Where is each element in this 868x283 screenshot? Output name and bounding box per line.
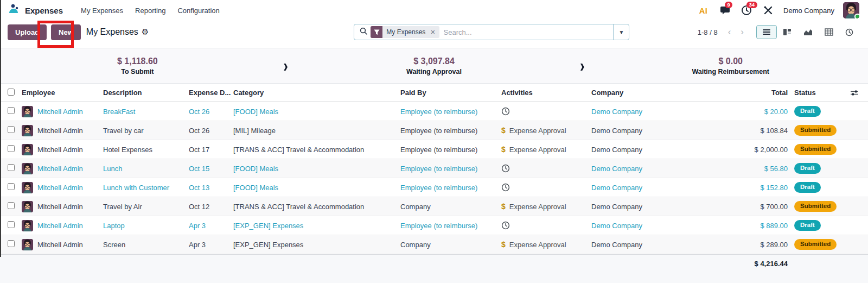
view-list-button[interactable] (756, 25, 777, 39)
employee-name: Mitchell Admin (37, 203, 83, 211)
filter-remove-icon[interactable]: ✕ (429, 29, 439, 36)
table-row[interactable]: Mitchell Admin Lunch with Customer Oct 1… (0, 178, 868, 197)
activities-badge: 34 (746, 2, 757, 8)
header-expense-date[interactable]: Expense D... (189, 89, 233, 97)
total-cell: $ 889.00 (735, 222, 788, 230)
activity-cell[interactable]: $ Expense Approval (501, 126, 591, 135)
activity-cell[interactable]: $ Expense Approval (501, 240, 591, 249)
status-badge: Draft (794, 106, 821, 116)
header-company[interactable]: Company (591, 89, 735, 97)
menu-my-expenses[interactable]: My Expenses (75, 3, 129, 18)
paidby-cell: Employee (to reimburse) (400, 127, 501, 135)
header-employee[interactable]: Employee (22, 89, 103, 97)
row-checkbox[interactable] (8, 107, 15, 114)
waiting-reimbursement-label: Waiting Reimbursement (593, 68, 868, 76)
activity-cell[interactable]: $ Expense Approval (501, 202, 591, 211)
activities-clock-icon[interactable]: 34 (740, 4, 753, 16)
view-graph-button[interactable] (797, 25, 819, 39)
header-description[interactable]: Description (103, 89, 189, 97)
description-cell: Laptop (103, 222, 189, 230)
menu-configuration[interactable]: Configuration (171, 3, 225, 18)
messages-icon[interactable]: 9 (718, 4, 731, 16)
tools-icon[interactable] (762, 4, 775, 16)
table-row[interactable]: Mitchell Admin Screen Apr 3 [EXP_GEN] Ex… (0, 235, 868, 254)
header-category[interactable]: Category (233, 89, 400, 97)
filter-facet[interactable]: My Expenses ✕ (371, 26, 439, 38)
upload-button[interactable]: Upload (8, 24, 47, 40)
header-paid-by[interactable]: Paid By (400, 89, 501, 97)
row-checkbox[interactable] (8, 221, 15, 228)
date-cell: Oct 13 (189, 184, 233, 192)
header-activities[interactable]: Activities (501, 89, 591, 97)
employee-avatar (22, 163, 33, 174)
app-switcher[interactable]: Expenses (8, 3, 63, 17)
total-cell: $ 152.80 (735, 184, 788, 192)
user-avatar[interactable] (843, 2, 859, 18)
pager-previous-button[interactable]: ‹ (723, 26, 736, 39)
company-cell: Demo Company (591, 108, 735, 116)
view-pivot-button[interactable] (819, 25, 839, 39)
dollar-activity-icon: $ (501, 240, 506, 249)
row-checkbox[interactable] (8, 164, 15, 171)
category-cell: [TRANS & ACC] Travel & Accommodation (233, 203, 400, 211)
date-cell: Oct 12 (189, 203, 233, 211)
company-selector[interactable]: Demo Company (783, 7, 834, 15)
employee-avatar (22, 125, 33, 136)
table-row[interactable]: Mitchell Admin BreakFast Oct 26 [FOOD] M… (0, 102, 868, 121)
window-left-edge (0, 0, 1, 257)
table-row[interactable]: Mitchell Admin Travel by Air Oct 12 [TRA… (0, 197, 868, 216)
breadcrumb: My Expenses ⚙ (86, 27, 149, 37)
table-row[interactable]: Mitchell Admin Laptop Apr 3 [EXP_GEN] Ex… (0, 216, 868, 235)
table-row[interactable]: Mitchell Admin Lunch Oct 15 [FOOD] Meals… (0, 159, 868, 178)
total-cell: $ 289.00 (735, 241, 788, 249)
clock-icon (501, 107, 510, 116)
status-badge: Draft (794, 182, 821, 192)
category-cell: [FOOD] Meals (233, 108, 400, 116)
activity-cell[interactable]: $ (501, 221, 591, 230)
actions-gear-icon[interactable]: ⚙ (142, 27, 149, 37)
ai-icon[interactable]: AI (697, 4, 710, 16)
header-status[interactable]: Status (788, 89, 841, 97)
activity-label: Expense Approval (509, 241, 566, 249)
search-dropdown-toggle[interactable]: ▼ (613, 24, 629, 40)
menu-reporting[interactable]: Reporting (129, 3, 171, 18)
activity-cell[interactable]: $ (501, 164, 591, 173)
optional-columns-icon[interactable] (841, 89, 868, 97)
view-activity-button[interactable] (839, 25, 859, 40)
row-checkbox[interactable] (8, 126, 15, 133)
pager-next-button[interactable]: › (736, 26, 749, 39)
paidby-cell: Employee (to reimburse) (400, 165, 501, 173)
table-row[interactable]: Mitchell Admin Hotel Expenses Oct 17 [TR… (0, 140, 868, 159)
app-name: Expenses (25, 6, 63, 15)
search-icon (360, 27, 367, 37)
activity-cell[interactable]: $ (501, 183, 591, 192)
filter-funnel-icon (371, 26, 382, 38)
row-checkbox[interactable] (8, 240, 15, 247)
header-total[interactable]: Total (735, 89, 788, 97)
waiting-approval-label: Waiting Approval (297, 68, 572, 76)
summary-waiting-approval[interactable]: $ 3,097.84 Waiting Approval (297, 56, 572, 76)
new-button[interactable]: New (51, 24, 81, 40)
view-switcher (756, 25, 859, 40)
activity-cell[interactable]: $ (501, 107, 591, 116)
row-checkbox[interactable] (8, 183, 15, 190)
row-checkbox[interactable] (8, 145, 15, 152)
total-cell: $ 108.84 (735, 127, 788, 135)
company-cell: Demo Company (591, 184, 735, 192)
activity-label: Expense Approval (509, 127, 566, 135)
row-checkbox[interactable] (8, 202, 15, 209)
view-kanban-button[interactable] (777, 25, 797, 39)
search-bar: My Expenses ✕ ▼ (354, 24, 629, 40)
employee-avatar (22, 144, 33, 155)
table-row[interactable]: Mitchell Admin Travel by car Oct 26 [MIL… (0, 121, 868, 140)
search-input[interactable] (439, 28, 614, 36)
category-cell: [FOOD] Meals (233, 165, 400, 173)
summary-to-submit[interactable]: $ 1,118.60 To Submit (0, 56, 275, 76)
description-cell: BreakFast (103, 108, 189, 116)
select-all-checkbox[interactable] (8, 89, 15, 96)
employee-name: Mitchell Admin (37, 184, 83, 192)
category-cell: [EXP_GEN] Expenses (233, 241, 400, 249)
summary-waiting-reimbursement[interactable]: $ 0.00 Waiting Reimbursement (593, 56, 868, 76)
activity-approval: $ Expense Approval (501, 145, 566, 154)
activity-cell[interactable]: $ Expense Approval (501, 145, 591, 154)
